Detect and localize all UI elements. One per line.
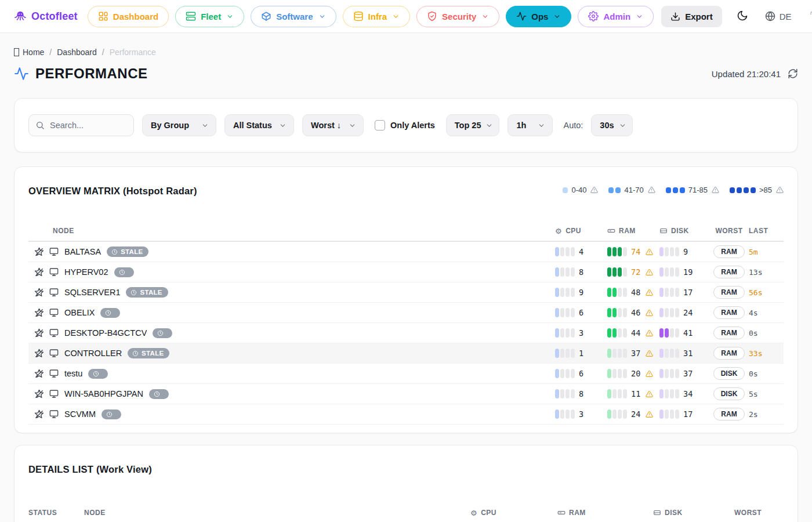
last-seen-value: 56s bbox=[749, 288, 784, 297]
auto-refresh-value: 30s bbox=[600, 121, 614, 130]
table-row[interactable]: testu 6 20 37 DISK 0s bbox=[28, 364, 784, 384]
ram-bars bbox=[607, 288, 627, 297]
heat-segment bbox=[659, 369, 664, 378]
worst-cell: RAM bbox=[709, 245, 749, 258]
nav-item-ops[interactable]: Ops bbox=[506, 6, 571, 27]
auto-refresh-select[interactable]: 30s bbox=[591, 114, 632, 136]
heat-segment bbox=[612, 369, 617, 378]
group-select[interactable]: By Group bbox=[142, 114, 216, 136]
cpu-value: 8 bbox=[579, 389, 583, 398]
nav-item-label: Dashboard bbox=[113, 12, 158, 21]
breadcrumb-section[interactable]: Dashboard bbox=[57, 48, 97, 57]
heat-segment bbox=[607, 247, 611, 256]
moon-icon bbox=[737, 10, 748, 21]
heat-segment bbox=[623, 328, 627, 338]
warning-icon bbox=[646, 248, 653, 256]
clock-icon bbox=[93, 371, 99, 377]
warning-icon bbox=[646, 390, 653, 398]
ram-value: 46 bbox=[631, 308, 640, 317]
stale-badge bbox=[153, 328, 172, 338]
disk-bars bbox=[659, 349, 679, 358]
star-off-icon[interactable] bbox=[28, 369, 49, 379]
monitor-icon bbox=[49, 308, 59, 317]
table-row[interactable]: HYPERV02 8 72 19 RAM 13s bbox=[28, 262, 784, 282]
heat-segment bbox=[607, 369, 611, 378]
nav-item-admin[interactable]: Admin bbox=[578, 6, 654, 27]
only-alerts-checkbox[interactable] bbox=[375, 120, 385, 130]
status-select[interactable]: All Status bbox=[224, 114, 294, 136]
col-status: STATUS bbox=[28, 509, 84, 517]
cpu-cell: 4 bbox=[555, 247, 607, 256]
table-row[interactable]: OBELIX 6 46 24 RAM 4s bbox=[28, 303, 784, 323]
user-menu[interactable]: a bbox=[809, 5, 812, 23]
star-off-icon[interactable] bbox=[28, 389, 49, 399]
cpu-cell: 3 bbox=[555, 328, 607, 338]
heat-segment bbox=[670, 247, 674, 256]
dark-mode-toggle[interactable] bbox=[737, 10, 748, 23]
language-code: DE bbox=[780, 12, 792, 21]
sort-select[interactable]: Worst ↓ bbox=[302, 114, 364, 136]
star-off-icon[interactable] bbox=[28, 409, 49, 419]
last-seen-value: 4s bbox=[749, 309, 784, 317]
table-row[interactable]: SCVMM 3 24 17 RAM 2s bbox=[28, 404, 784, 425]
heat-segment bbox=[670, 267, 674, 277]
star-off-icon[interactable] bbox=[28, 267, 49, 277]
refresh-icon[interactable] bbox=[788, 68, 798, 79]
user-icon bbox=[809, 5, 812, 16]
last-seen-value: 5s bbox=[749, 390, 784, 398]
legend-label: >85 bbox=[759, 186, 772, 194]
star-off-icon[interactable] bbox=[28, 247, 49, 257]
heat-segment bbox=[659, 349, 664, 358]
warning-icon bbox=[590, 186, 598, 194]
breadcrumb-separator: / bbox=[102, 48, 104, 57]
heat-segment bbox=[607, 389, 611, 398]
details-table-header: STATUS NODE ⚙ CPU RAM DISK WORST bbox=[28, 509, 784, 522]
brand[interactable]: Octofleet bbox=[14, 10, 78, 23]
export-button[interactable]: Export bbox=[661, 6, 722, 27]
time-range-select[interactable]: 1h bbox=[507, 114, 553, 136]
legend-dots bbox=[563, 187, 568, 193]
monitor-icon bbox=[49, 247, 59, 256]
table-row[interactable]: DESKTOP-B4GCTCV 3 44 41 RAM 0s bbox=[28, 323, 784, 343]
heat-segment bbox=[555, 389, 559, 398]
table-row[interactable]: BALTASA STALE 4 74 9 RAM 5m bbox=[28, 242, 784, 262]
grid-icon bbox=[98, 11, 108, 21]
monitor-icon bbox=[49, 288, 59, 297]
worst-badge: RAM bbox=[713, 286, 744, 299]
heat-segment bbox=[623, 267, 627, 277]
heat-segment bbox=[675, 409, 679, 419]
chevron-down-icon bbox=[636, 13, 643, 20]
cpu-bars bbox=[555, 308, 575, 317]
heat-segment bbox=[618, 369, 622, 378]
nav-item-infra[interactable]: Infra bbox=[343, 6, 411, 27]
disk-bars bbox=[659, 247, 679, 256]
breadcrumb-home[interactable]: Home bbox=[14, 48, 44, 57]
cpu-bars bbox=[555, 267, 575, 277]
nav-item-dashboard[interactable]: Dashboard bbox=[88, 6, 169, 27]
nav-item-fleet[interactable]: Fleet bbox=[175, 6, 244, 27]
legend-dot bbox=[563, 187, 568, 193]
chevron-down-icon bbox=[318, 13, 326, 20]
star-off-icon[interactable] bbox=[28, 328, 49, 338]
last-seen-value: 0s bbox=[749, 329, 784, 338]
star-off-icon[interactable] bbox=[28, 308, 49, 318]
table-row[interactable]: CONTROLLER STALE 1 37 31 RAM 33s bbox=[28, 343, 784, 364]
only-alerts-toggle[interactable]: Only Alerts bbox=[375, 120, 435, 130]
star-off-icon[interactable] bbox=[28, 349, 49, 358]
table-row[interactable]: SQLSERVER1 STALE 9 48 17 RAM 56s bbox=[28, 282, 784, 303]
stale-badge: STALE bbox=[126, 287, 168, 298]
disk-cell: 34 bbox=[659, 389, 709, 398]
top-n-select[interactable]: Top 25 bbox=[446, 114, 500, 136]
clock-icon bbox=[105, 310, 111, 316]
heat-segment bbox=[618, 247, 622, 256]
ram-value: 44 bbox=[631, 328, 640, 338]
nav-item-security[interactable]: Security bbox=[416, 6, 499, 27]
chevron-down-icon bbox=[485, 122, 493, 129]
table-row[interactable]: WIN-5AB0HPGJPAN 8 11 34 DISK 5s bbox=[28, 384, 784, 404]
nav-item-software[interactable]: Software bbox=[251, 6, 336, 27]
heat-segment bbox=[607, 328, 611, 338]
star-off-icon[interactable] bbox=[28, 288, 49, 298]
node-name: SQLSERVER1 bbox=[64, 288, 120, 297]
language-switcher[interactable]: DE bbox=[765, 11, 792, 21]
warning-icon bbox=[646, 370, 653, 378]
